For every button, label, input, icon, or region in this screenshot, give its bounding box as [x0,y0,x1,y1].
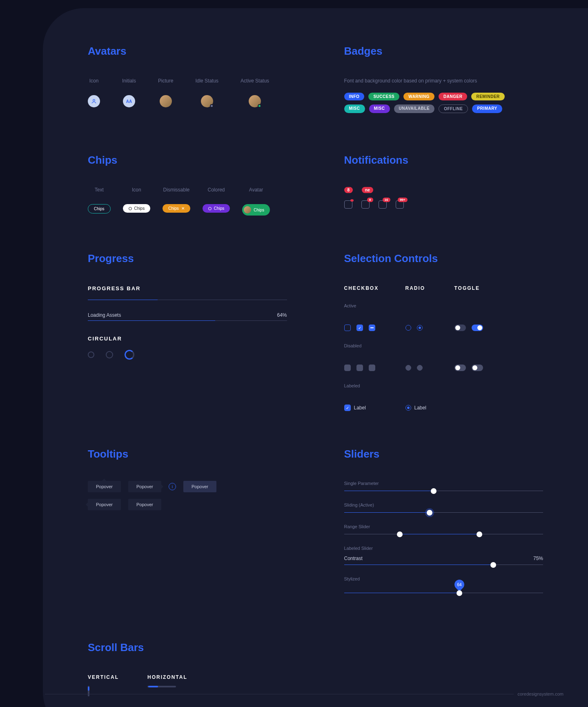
avatar-initials: AA [123,95,135,107]
badge-success: SUCCESS [368,93,399,100]
progress-bar-heading: PROGRESS BAR [88,285,287,291]
checkbox-disabled [344,365,351,371]
checkbox-indeterminate[interactable] [369,325,375,331]
slider-label: Labeled Slider [344,546,543,551]
checkbox-header: CHECKBOX [344,285,405,291]
slider-labeled[interactable] [344,565,543,565]
slider-thumb[interactable] [490,562,496,568]
progress-value: 64% [277,312,287,318]
checkbox-unchecked[interactable] [344,325,351,331]
circle-icon [208,207,212,210]
tooltip-arrow-right: Popover [128,481,161,492]
checkbox-disabled [356,365,363,371]
checkbox-disabled [369,365,375,371]
checkbox-labeled[interactable]: ✓ Label [344,405,405,411]
footer-divider [45,694,514,694]
footer-url: coredesignsystem.com [518,691,564,696]
progress-title: Progress [88,252,287,265]
slider-name: Contrast [344,556,363,561]
chip-avatar[interactable]: Chips [242,204,270,216]
scrollbar-horizontal[interactable] [147,686,176,687]
notification-pill: 8 [344,187,353,193]
badge-info: INFO [344,93,365,100]
avatar-active [249,95,261,107]
scrollbar-horizontal-label: HORIZONTAL [147,674,187,680]
slider-thumb-end[interactable] [477,531,482,537]
slider-single[interactable] [344,491,543,491]
chip-variant-label: Colored [208,187,225,193]
close-icon[interactable]: ✕ [181,206,185,211]
avatar-variant-label: Icon [89,78,99,84]
slider-thumb[interactable] [431,488,437,494]
slider-thumb[interactable] [457,590,462,596]
design-system-panel: Avatars Icon Initials AA Picture I [43,8,588,707]
avatar-idle [201,95,213,107]
notification-box-icon: 8 [361,200,370,209]
avatar-variant-label: Picture [158,78,173,84]
slider-value: 75% [533,556,543,561]
slider-stylized[interactable]: 64 [344,593,543,593]
circular-progress-large [125,350,134,360]
footer: coredesignsystem.com [45,691,564,696]
chips-title: Chips [88,154,287,167]
radio-checked[interactable] [405,405,411,411]
radio-unchecked[interactable] [405,325,411,331]
badge-misc-alt: MISC [369,104,390,113]
tooltips-section: Tooltips Popover Popover i Popover Popov… [88,448,287,605]
tooltip-arrow-left: Popover [88,499,121,510]
badge-primary: PRIMARY [472,104,502,113]
notification-box-icon [344,200,352,209]
chip-colored[interactable]: Chips [203,204,230,213]
sliders-section: Sliders Single Parameter Sliding (Active… [344,448,543,605]
notification-pill: ne [362,187,373,193]
circular-progress-small [88,351,94,358]
badges-title: Badges [344,45,543,58]
notification-box-icon: 99+ [396,200,404,209]
badge-warning: WARNING [403,93,434,100]
toggle-on[interactable] [472,325,483,331]
info-icon[interactable]: i [169,483,176,490]
slider-thumb-active[interactable] [427,510,432,516]
checkbox-checked[interactable]: ✓ [344,405,351,411]
avatars-title: Avatars [88,45,287,58]
state-label-disabled: Disabled [344,343,503,348]
scrollbars-section: Scroll Bars VERTICAL HORIZONTAL [88,641,287,696]
toggle-disabled [472,365,483,371]
chip-variant-label: Dismissable [163,187,190,193]
circular-progress-medium [106,351,113,358]
chip-variant-label: Avatar [249,187,263,193]
selection-title: Selection Controls [344,252,543,265]
notification-count: 16 [383,198,390,202]
radio-disabled [405,365,411,371]
toggle-off[interactable] [454,325,466,331]
chip-variant-label: Text [95,187,104,193]
notification-box-icon: 16 [379,200,387,209]
radio-disabled [417,365,423,371]
badge-reminder: REMINDER [471,93,504,100]
radio-checked[interactable] [417,325,423,331]
notification-dot [350,199,354,202]
badges-section: Badges Font and background color based o… [344,45,543,117]
chip-dismissable[interactable]: Chips✕ [163,204,190,213]
notifications-title: Notifications [344,154,543,167]
circular-heading: CIRCULAR [88,336,287,342]
badge-misc: MISC [344,104,365,113]
radio-labeled[interactable]: Label [405,405,454,411]
toggle-header: TOGGLE [454,285,503,291]
toggle-disabled [454,365,466,371]
progress-bar [88,320,287,321]
chip-variant-label: Icon [132,187,141,193]
svg-point-0 [93,99,95,101]
slider-label: Stylized [344,576,543,581]
tooltips-title: Tooltips [88,448,287,460]
slider-range[interactable] [344,534,543,534]
slider-thumb-start[interactable] [397,531,403,537]
avatars-section: Avatars Icon Initials AA Picture I [88,45,287,117]
chip-text[interactable]: Chips [88,204,111,213]
checkbox-checked[interactable]: ✓ [356,325,363,331]
badge-offline: OFFLINE [439,104,468,113]
notification-count: 99+ [398,198,408,202]
chip-icon[interactable]: Chips [123,204,151,213]
avatar-variant-label: Active Status [241,78,269,84]
slider-active[interactable] [344,512,543,513]
